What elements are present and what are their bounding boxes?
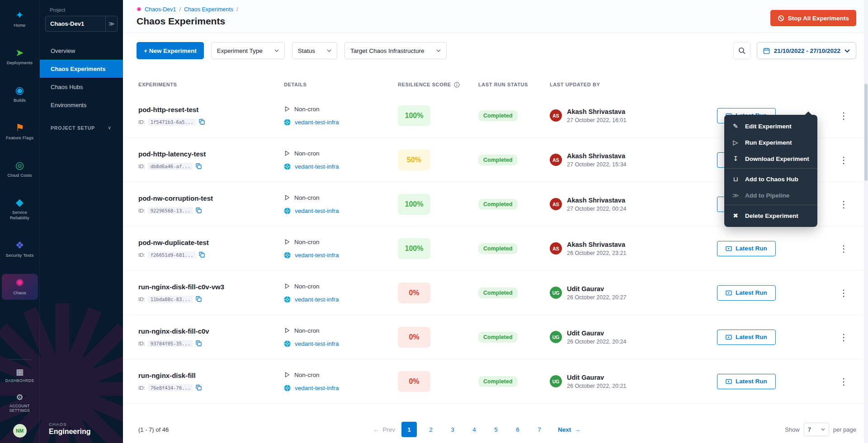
row-menu-button[interactable]: ⋮ bbox=[836, 154, 851, 166]
copy-id-icon[interactable] bbox=[196, 340, 202, 346]
updated-by-name: Akash Shrivastava bbox=[567, 241, 626, 248]
sidebar-item-environments[interactable]: Environments bbox=[40, 96, 123, 114]
row-menu-button[interactable]: ⋮ bbox=[836, 331, 851, 344]
row-menu-button[interactable]: ⋮ bbox=[836, 375, 851, 388]
filter-experiment-type[interactable]: Experiment Type bbox=[211, 42, 285, 59]
experiment-name[interactable]: pod-http-latency-test bbox=[138, 150, 284, 158]
pagination: (1 - 7) of 46 ← Prev 1 2 3 4 5 6 bbox=[123, 419, 868, 440]
menu-item-add-to-chaos-hub[interactable]: ⊔ Add to Chaos Hub bbox=[724, 171, 817, 187]
table-row: run-nginx-disk-fill-c0v-vw3 ID: 11bda88c… bbox=[123, 271, 868, 315]
schedule-type: Non-cron bbox=[294, 372, 320, 378]
infrastructure-link[interactable]: vedant-test-infra bbox=[295, 385, 339, 391]
page-button-3[interactable]: 3 bbox=[445, 422, 460, 437]
infrastructure-link[interactable]: vedant-test-infra bbox=[295, 207, 339, 214]
copy-id-icon[interactable] bbox=[196, 385, 202, 391]
experiment-name[interactable]: run-nginx-disk-fill-c0v-vw3 bbox=[138, 283, 284, 291]
latest-run-button[interactable]: Latest Run bbox=[717, 374, 776, 389]
infrastructure-link[interactable]: vedant-test-infra bbox=[295, 163, 339, 170]
sidebar-item-chaos-hubs[interactable]: Chaos Hubs bbox=[40, 78, 123, 96]
infrastructure-link[interactable]: vedant-test-infra bbox=[295, 119, 339, 126]
sidebar-item-chaos-experiments[interactable]: Chaos Experiments bbox=[40, 60, 123, 78]
experiment-id-value: 11bda88c-83... bbox=[148, 296, 193, 303]
rail-item-feature-flags[interactable]: ⚑ Feature Flags bbox=[2, 119, 38, 145]
updated-by-name: Udit Gaurav bbox=[567, 285, 626, 292]
rail-item-dashboards[interactable]: ▦ DASHBOARDS bbox=[2, 365, 38, 386]
menu-item-label: Run Experiment bbox=[745, 139, 792, 146]
table-row: pod-nw-duplicate-test ID: f26651d9-681..… bbox=[123, 226, 868, 271]
rail-item-service-reliability[interactable]: ◆ Service Reliability bbox=[2, 193, 38, 225]
page-button-2[interactable]: 2 bbox=[423, 422, 439, 437]
toolbar-right: 21/10/2022 - 27/10/2022 bbox=[733, 42, 856, 59]
menu-item-run-experiment[interactable]: ▷ Run Experiment bbox=[724, 134, 817, 151]
page-button-5[interactable]: 5 bbox=[488, 422, 504, 437]
breadcrumb-separator: / bbox=[179, 6, 180, 13]
page-button-4[interactable]: 4 bbox=[467, 422, 482, 437]
next-page-button[interactable]: Next → bbox=[558, 426, 580, 433]
menu-item-icon: ⊔ bbox=[731, 175, 740, 183]
rail-item-security-tests[interactable]: ❖ Security Tests bbox=[2, 236, 38, 262]
experiment-id-row: ID: 92296568-13... bbox=[138, 207, 284, 214]
latest-run-button[interactable]: Latest Run bbox=[717, 241, 776, 256]
scrollbar-thumb[interactable] bbox=[864, 84, 868, 181]
run-icon bbox=[726, 290, 732, 296]
filter-target-chaos-infrastructure[interactable]: Target Chaos Infrastructure bbox=[344, 42, 447, 59]
stop-icon bbox=[778, 15, 784, 22]
project-setup-toggle[interactable]: PROJECT SETUP ∨ bbox=[40, 125, 123, 131]
breadcrumb-link[interactable]: Chaos Experiments bbox=[184, 6, 233, 13]
latest-run-button[interactable]: Latest Run bbox=[717, 330, 776, 345]
resilience-score-value: 100% bbox=[398, 194, 430, 215]
latest-run-button[interactable]: Latest Run bbox=[717, 285, 776, 301]
infrastructure-link[interactable]: vedant-test-infra bbox=[295, 340, 339, 347]
rail-item-deployments[interactable]: ➤ Deployments bbox=[2, 44, 38, 70]
copy-id-icon[interactable] bbox=[199, 252, 205, 258]
rail-item-builds[interactable]: ◉ Builds bbox=[2, 81, 38, 107]
pagination-summary: (1 - 7) of 46 bbox=[138, 426, 169, 433]
filter-status[interactable]: Status bbox=[292, 42, 337, 59]
experiment-name[interactable]: pod-nw-duplicate-test bbox=[138, 239, 284, 246]
row-menu-button[interactable]: ⋮ bbox=[836, 287, 851, 299]
stop-all-experiments-button[interactable]: Stop All Experiments bbox=[770, 10, 856, 26]
breadcrumb-link[interactable]: Chaos-Dev1 bbox=[145, 6, 176, 13]
play-icon bbox=[284, 327, 290, 334]
rail-item-home[interactable]: ✦ Home bbox=[2, 6, 38, 32]
copy-id-icon[interactable] bbox=[199, 119, 205, 125]
run-icon bbox=[726, 378, 732, 385]
row-menu-button[interactable]: ⋮ bbox=[836, 242, 851, 255]
rail-item-chaos[interactable]: ✺ Chaos bbox=[2, 274, 38, 300]
project-selector[interactable]: Chaos-Dev1 ≫ bbox=[45, 16, 118, 32]
module-label: Home bbox=[14, 23, 25, 28]
new-experiment-button[interactable]: + New Experiment bbox=[137, 42, 204, 59]
row-menu-button[interactable]: ⋮ bbox=[836, 109, 851, 122]
rail-modules: ✦ Home ➤ Deployments ◉ Builds ⚑ Feature … bbox=[2, 6, 38, 306]
menu-item-delete-experiment[interactable]: ✖ Delete Experiment bbox=[724, 207, 817, 224]
experiment-name[interactable]: run-nginx-disk-fill bbox=[138, 372, 284, 379]
infrastructure-icon bbox=[284, 207, 291, 214]
experiment-name[interactable]: run-nginx-disk-fill-c0v bbox=[138, 327, 284, 335]
search-button[interactable] bbox=[733, 42, 750, 59]
info-icon[interactable] bbox=[454, 82, 460, 88]
rail-item-cloud-costs[interactable]: ◎ Cloud Costs bbox=[2, 156, 38, 182]
experiment-name[interactable]: pod-nw-corruption-test bbox=[138, 194, 284, 202]
copy-id-icon[interactable] bbox=[196, 207, 202, 213]
infrastructure-link[interactable]: vedant-test-infra bbox=[295, 296, 339, 303]
copy-id-icon[interactable] bbox=[196, 296, 202, 302]
expand-projects-icon[interactable]: ≫ bbox=[105, 16, 117, 31]
page-button-1[interactable]: 1 bbox=[401, 422, 417, 437]
status-badge: Completed bbox=[478, 243, 518, 254]
page-title: Chaos Experiments bbox=[137, 16, 856, 27]
copy-id-icon[interactable] bbox=[196, 163, 202, 169]
row-menu-button[interactable]: ⋮ bbox=[836, 198, 851, 211]
rail-item-account-settings[interactable]: ⚙ ACCOUNT SETTINGS bbox=[2, 391, 38, 416]
user-avatar[interactable]: NM bbox=[13, 424, 27, 438]
page-button-7[interactable]: 7 bbox=[532, 422, 547, 437]
infrastructure-link[interactable]: vedant-test-infra bbox=[295, 252, 339, 259]
experiment-name[interactable]: pod-http-reset-test bbox=[138, 106, 284, 113]
menu-item-edit-experiment[interactable]: ✎ Edit Experiment bbox=[724, 118, 817, 134]
date-range-picker[interactable]: 21/10/2022 - 27/10/2022 bbox=[757, 42, 856, 59]
sidebar-item-overview[interactable]: Overview bbox=[40, 42, 123, 60]
menu-item-add-to-pipeline[interactable]: ≫ Add to Pipeline bbox=[724, 187, 817, 205]
prev-page-button[interactable]: ← Prev bbox=[373, 426, 395, 433]
menu-item-download-experiment[interactable]: ↧ Download Experiment bbox=[724, 151, 817, 169]
page-button-6[interactable]: 6 bbox=[510, 422, 525, 437]
page-size-select[interactable]: 7 bbox=[804, 423, 829, 436]
